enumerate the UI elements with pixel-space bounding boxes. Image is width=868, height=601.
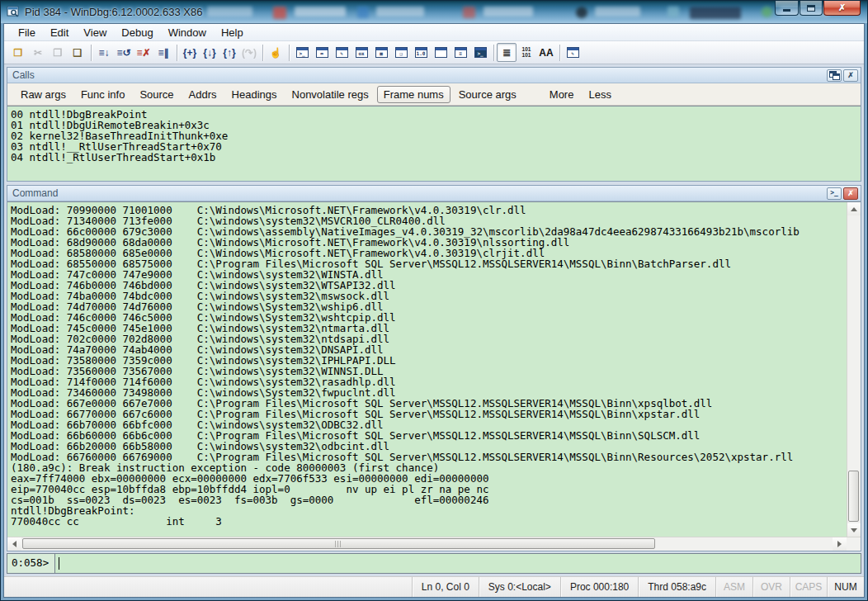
close-icon: ✗ [847,190,854,197]
scroll-right-button[interactable] [833,537,847,551]
command-panel-titlebar[interactable]: Command >_ ✗ [7,186,861,201]
go-icon: ≡↓ [98,48,109,58]
menu-edit[interactable]: Edit [43,25,76,40]
calls-option-addrs[interactable]: Addrs [182,86,224,103]
menu-view[interactable]: View [76,25,114,40]
toolbar-separator [285,45,292,61]
toolbar-step-over-button[interactable]: {↓} [200,43,219,62]
status-num: NUM [827,577,864,597]
toolbar: ❒✂❐❑≡↓≡↺≡✗≡∥{+}{↓}{↑}(↷)☝>_∞✎ox▦❏1.0 ≡>_… [4,41,864,64]
calls-option-func-info[interactable]: Func info [74,86,131,103]
toolbar-scratch-pad-button[interactable] [431,43,451,62]
toolbar-cut-button[interactable]: ✂ [28,43,48,62]
processes-threads-window-icon: ≡ [455,47,467,58]
maximize-button[interactable] [800,1,823,16]
calls-option-nonvolatile-regs[interactable]: Nonvolatile regs [285,86,375,103]
command-close-button[interactable]: ✗ [843,187,858,200]
titlebar-glass-artifact [484,7,533,17]
menu-help[interactable]: Help [214,25,251,40]
toolbar-run-to-cursor-button[interactable]: (↷) [239,43,259,62]
calls-option-less[interactable]: Less [582,86,617,103]
toolbar-step-into-button[interactable]: {+} [180,43,200,62]
toolbar-command-browser-window-button[interactable]: >_ [470,43,490,62]
toolbar-step-out-button[interactable]: {↑} [219,43,239,62]
scroll-left-button[interactable] [7,537,21,551]
copy-icon: ❐ [54,48,63,58]
vertical-scroll-thumb[interactable] [848,471,859,522]
maximize-icon [807,5,815,12]
menu-window[interactable]: Window [161,25,214,40]
calls-option-source-args[interactable]: Source args [452,86,523,103]
prompt-label: 0:058> [7,554,55,573]
toolbar-restart-button[interactable]: ≡↺ [114,43,134,62]
scroll-down-button[interactable] [847,523,861,537]
toolbar-processes-threads-window-button[interactable]: ≡ [451,43,470,62]
toolbar-break-button[interactable]: ≡∥ [153,43,173,62]
toolbar-locals-window-button[interactable]: ✎ [332,43,351,62]
command-dock-button[interactable]: >_ [827,187,842,200]
toolbar-paste-button[interactable]: ❑ [68,43,87,62]
menu-file[interactable]: File [11,25,43,40]
memory-window-icon: ▦ [375,47,388,58]
calls-option-frame-nums[interactable]: Frame nums [377,86,451,103]
status-thrd-058-a9c: Thrd 058:a9c [638,577,715,597]
titlebar-glass-artifact [595,7,640,17]
arrow-up-icon [851,207,857,211]
toolbar-disassembly-window-button[interactable]: 1.0 [411,43,431,62]
toolbar-breakpoint-button[interactable]: ☝ [266,43,285,62]
horizontal-scroll-thumb[interactable] [22,538,655,549]
calls-option-raw-args[interactable]: Raw args [14,86,73,103]
status-ovr: OVR [752,577,790,597]
calls-option-headings[interactable]: Headings [225,86,284,103]
watch-window-icon: ∞ [316,47,328,58]
menu-debug[interactable]: Debug [114,25,160,40]
window-titlebar[interactable]: Pid 384 - WinDbg:6.12.0002.633 X86 ✗ [1,1,867,23]
titlebar-glass-artifact [273,7,286,19]
toolbar-call-stack-window-button[interactable]: ❏ [391,43,411,62]
toolbar-memory-window-button[interactable]: ▦ [371,43,391,62]
calls-option-more[interactable]: More [543,86,581,103]
status-message-area [4,577,412,597]
arrow-right-icon [837,541,842,547]
titlebar-glass-artifact [668,7,679,17]
horizontal-scrollbar[interactable] [7,537,847,551]
vertical-scroll-track[interactable] [847,215,861,523]
toolbar-open-source-file-button[interactable]: ❒ [8,43,28,62]
calls-close-button[interactable]: ✗ [843,69,858,82]
calls-dock-button[interactable] [827,69,842,82]
toolbar-number-format-button[interactable]: 101 101 [517,43,536,62]
toolbar-options-button[interactable]: ✎ [563,43,583,62]
toolbar-stop-debugging-button[interactable]: ≡✗ [134,43,153,62]
windbg-app-icon [7,5,20,21]
source-mode-icon: ≣ [502,48,511,58]
titlebar-glass-artifact [762,7,772,17]
status-bar: Ln 0, Col 0Sys 0:<Local>Proc 000:180Thrd… [4,576,864,597]
toolbar-registers-window-button[interactable]: ox [351,43,371,62]
locals-window-icon: ✎ [336,47,348,58]
minimize-button[interactable] [775,1,799,16]
toolbar-source-mode-button[interactable]: ≣ [497,43,517,62]
toolbar-font-button[interactable]: AA [536,43,556,62]
paste-icon: ❑ [73,48,83,58]
toolbar-copy-button[interactable]: ❐ [48,43,68,62]
open-source-file-icon: ❒ [14,48,23,58]
toolbar-command-window-button[interactable]: >_ [292,43,312,62]
horizontal-scroll-track[interactable] [21,537,833,551]
calls-option-source[interactable]: Source [133,86,180,103]
toolbar-go-button[interactable]: ≡↓ [94,43,114,62]
command-output-log: ModLoad: 70990000 71001000 C:\Windows\Mi… [7,202,847,537]
titlebar-glass-artifact [690,7,741,19]
call-stack-frame[interactable]: 04 ntdll!_RtlUserThreadStart+0x1b [11,152,861,163]
titlebar-glass-artifact [463,7,475,18]
status-proc-000-180: Proc 000:180 [560,577,638,597]
close-button[interactable]: ✗ [823,1,861,16]
text-caret [59,557,59,570]
menu-bar: FileEditViewDebugWindowHelp [4,24,864,41]
scroll-up-button[interactable] [847,202,861,215]
toolbar-watch-window-button[interactable]: ∞ [312,43,332,62]
disassembly-window-icon: 1.0 [415,47,427,58]
vertical-scrollbar[interactable] [847,202,861,537]
command-input[interactable] [55,554,861,573]
command-panel-title: Command [12,187,825,199]
calls-panel-titlebar[interactable]: Calls ✗ [7,68,861,83]
